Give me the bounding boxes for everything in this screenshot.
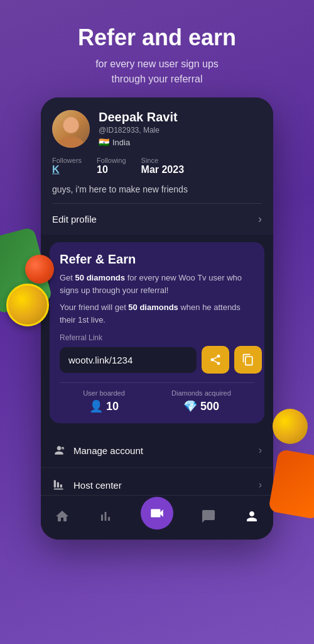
manage-account-label: Manage account [73,445,143,456]
nav-home[interactable] [55,509,70,524]
camera-center-button[interactable] [141,497,173,530]
coin-gold [6,284,49,326]
user-boarded-label: User boarded [83,389,125,397]
manage-account-icon: + [52,443,66,457]
referral-link-label: Referral Link [60,333,254,342]
friend-diamonds-bold: 50 diamonds [128,303,178,312]
avatar [52,110,90,148]
country-name: India [112,138,130,147]
chevron-right-icon: › [258,213,262,226]
refer-diamonds-bold: 50 diamonds [75,273,125,282]
referral-link-input[interactable] [60,347,197,373]
edit-profile-button[interactable]: Edit profile › [52,203,262,235]
coin-red [25,255,54,284]
edit-profile-label: Edit profile [52,214,97,225]
page-title: Refer and earn [19,25,295,50]
share-button[interactable] [202,346,229,374]
profile-bio: guys, i'm here to make new friends [52,184,262,194]
svg-rect-9 [54,489,63,490]
profile-id: @ID182933, Male [99,126,262,135]
chevron-right-icon: › [259,445,262,456]
stat-followers: Followers K [52,157,82,175]
referral-link-row [60,346,254,374]
since-value: Mar 2023 [141,164,185,175]
profile-name: Deepak Ravit [99,110,262,125]
diamond-icon: 💎 [183,399,197,413]
followers-value: K [52,164,82,175]
svg-rect-7 [57,482,59,487]
nav-camera[interactable] [141,503,173,530]
refer-description-2: Your friend will get 50 diamonds when he… [60,301,254,326]
bottom-navigation [41,495,273,540]
refer-stats-bottom: User boarded 👤 10 Diamonds acquired 💎 50… [60,382,254,413]
refer-title: Refer & Earn [60,252,254,267]
following-label: Following [97,157,126,164]
nav-messages[interactable] [201,509,216,524]
profile-country: 🇮🇳 India [99,137,262,147]
host-center-label: Host center [73,480,122,491]
user-boarded-value: 👤 10 [83,399,125,413]
decorative-orange-box [268,449,314,519]
profile-section: Deepak Ravit @ID182933, Male 🇮🇳 India Fo… [41,97,273,235]
stat-following: Following 10 [97,157,126,175]
phone-mockup: Deepak Ravit @ID182933, Male 🇮🇳 India Fo… [41,97,273,540]
nav-profile[interactable] [244,509,259,524]
svg-point-1 [57,136,85,148]
following-value: 10 [97,164,126,175]
user-boarded-stat: User boarded 👤 10 [83,389,125,413]
person-icon: 👤 [89,399,103,413]
host-center-icon [52,478,66,492]
svg-rect-6 [54,480,56,488]
svg-rect-8 [60,484,62,487]
svg-point-3 [65,117,77,131]
nav-stats[interactable] [98,509,113,524]
followers-label: Followers [52,157,82,164]
svg-text:+: + [62,447,63,450]
diamonds-acquired-stat: Diamonds acquired 💎 500 [171,389,231,413]
flag-icon: 🇮🇳 [99,137,109,147]
page-subtitle: for every new user sign upsthrough your … [19,57,295,87]
since-label: Since [141,157,185,164]
diamonds-value: 💎 500 [171,399,231,413]
copy-button[interactable] [234,346,262,374]
coin-gold-right [273,409,308,444]
page-header: Refer and earn for every new user sign u… [0,0,314,99]
profile-stats: Followers K Following 10 Since Mar 2023 [52,157,262,175]
refer-earn-card: Refer & Earn Get 50 diamonds for every n… [50,242,264,423]
menu-item-manage-account[interactable]: + Manage account › [41,433,273,468]
decorative-coins [6,264,54,326]
stat-since: Since Mar 2023 [141,157,185,175]
chevron-right-icon: › [259,479,262,491]
profile-info: Deepak Ravit @ID182933, Male 🇮🇳 India [99,110,262,147]
diamonds-label: Diamonds acquired [171,389,231,397]
refer-description-1: Get 50 diamonds for every new Woo Tv use… [60,272,254,296]
avatar-image [52,110,90,148]
